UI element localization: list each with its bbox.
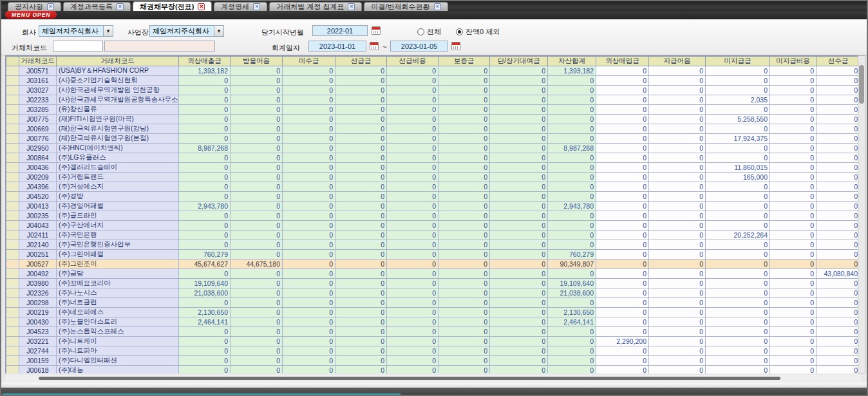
- column-header[interactable]: 단/장기대여금: [490, 57, 548, 66]
- amount-cell[interactable]: 2,130,650: [179, 308, 231, 317]
- amount-cell[interactable]: 0: [335, 202, 387, 211]
- amount-cell[interactable]: 0: [706, 327, 770, 337]
- vendor-code-cell[interactable]: J00775: [19, 115, 57, 124]
- vendor-code-cell[interactable]: J00235: [19, 211, 57, 221]
- amount-cell[interactable]: 0: [816, 163, 860, 173]
- vendor-code-cell[interactable]: J00430: [19, 317, 57, 327]
- vendor-name-cell[interactable]: (주)노블인더스트리: [57, 317, 179, 327]
- amount-cell[interactable]: 0: [387, 192, 439, 202]
- amount-cell[interactable]: 0: [335, 163, 387, 173]
- amount-cell[interactable]: 0: [335, 346, 387, 356]
- amount-cell[interactable]: 165,000: [706, 173, 770, 182]
- amount-cell[interactable]: 0: [283, 202, 335, 211]
- vendor-code-cell[interactable]: J03027: [19, 86, 57, 95]
- amount-cell[interactable]: 0: [387, 115, 439, 124]
- vendor-code-cell[interactable]: J04520: [19, 192, 57, 202]
- amount-cell[interactable]: 0: [231, 366, 283, 374]
- amount-cell[interactable]: 0: [596, 153, 649, 163]
- vendor-name-cell[interactable]: (주)니트피아: [57, 346, 179, 356]
- amount-cell[interactable]: 0: [335, 356, 387, 366]
- period-start-input[interactable]: 2022-01: [312, 25, 368, 36]
- amount-cell[interactable]: 0: [548, 76, 596, 86]
- amount-cell[interactable]: 0: [596, 356, 649, 366]
- amount-cell[interactable]: 0: [231, 153, 283, 163]
- amount-cell[interactable]: 0: [816, 124, 860, 134]
- tab-5[interactable]: 미결/반제회수현황×: [364, 2, 448, 11]
- table-row[interactable]: J03285(유)창신물류0000000000000: [6, 105, 860, 115]
- amount-cell[interactable]: 0: [439, 192, 490, 202]
- amount-cell[interactable]: 0: [439, 182, 490, 192]
- amount-cell[interactable]: 0: [231, 279, 283, 288]
- amount-cell[interactable]: 0: [816, 346, 860, 356]
- amount-cell[interactable]: 0: [706, 105, 770, 115]
- amount-cell[interactable]: 0: [283, 163, 335, 173]
- amount-cell[interactable]: 0: [770, 279, 816, 288]
- amount-cell[interactable]: 760,279: [548, 250, 596, 259]
- amount-cell[interactable]: 0: [179, 95, 231, 105]
- amount-cell[interactable]: 0: [387, 346, 439, 356]
- amount-cell[interactable]: 0: [439, 269, 490, 279]
- vendor-code-cell[interactable]: J00492: [19, 269, 57, 279]
- amount-cell[interactable]: 0: [387, 366, 439, 374]
- amount-cell[interactable]: 0: [596, 95, 649, 105]
- radio-circle-icon[interactable]: [417, 28, 424, 35]
- row-selector-cell[interactable]: [6, 105, 19, 115]
- amount-cell[interactable]: 0: [649, 95, 706, 105]
- table-row[interactable]: J02140(주)국민은행인증사업부0000000000000: [6, 240, 860, 250]
- amount-cell[interactable]: 0: [490, 144, 548, 153]
- table-row[interactable]: J04043(주)구산에너지0000000000000: [6, 221, 860, 231]
- amount-cell[interactable]: 0: [548, 153, 596, 163]
- amount-cell[interactable]: 0: [816, 192, 860, 202]
- amount-cell[interactable]: 0: [490, 66, 548, 76]
- table-row[interactable]: J00209(주)거림트렌드0000000000165,00000: [6, 173, 860, 182]
- amount-cell[interactable]: 0: [706, 259, 770, 269]
- vendor-code-cell[interactable]: J00776: [19, 134, 57, 144]
- vendor-name-cell[interactable]: (주)그린조이: [57, 259, 179, 269]
- amount-cell[interactable]: 0: [179, 124, 231, 134]
- amount-cell[interactable]: 17,924,375: [706, 134, 770, 144]
- amount-cell[interactable]: 0: [649, 86, 706, 95]
- amount-cell[interactable]: 0: [770, 163, 816, 173]
- amount-cell[interactable]: 0: [387, 317, 439, 327]
- amount-cell[interactable]: 0: [770, 288, 816, 298]
- amount-cell[interactable]: 0: [439, 173, 490, 182]
- amount-cell[interactable]: 8,987,268: [179, 144, 231, 153]
- close-icon[interactable]: ×: [348, 3, 355, 10]
- amount-cell[interactable]: 0: [596, 308, 649, 317]
- amount-cell[interactable]: 0: [179, 163, 231, 173]
- amount-cell[interactable]: 0: [490, 259, 548, 269]
- column-header[interactable]: 선급비용: [387, 57, 439, 66]
- amount-cell[interactable]: 0: [596, 76, 649, 86]
- amount-cell[interactable]: 0: [770, 153, 816, 163]
- amount-cell[interactable]: 0: [439, 356, 490, 366]
- vendor-code-input[interactable]: [53, 41, 103, 52]
- amount-cell[interactable]: 0: [770, 95, 816, 105]
- amount-cell[interactable]: 0: [548, 105, 596, 115]
- vendor-code-cell[interactable]: J02140: [19, 240, 57, 250]
- amount-cell[interactable]: 0: [596, 327, 649, 337]
- amount-cell[interactable]: 0: [231, 298, 283, 308]
- amount-cell[interactable]: 0: [283, 288, 335, 298]
- amount-cell[interactable]: 0: [283, 105, 335, 115]
- row-selector-cell[interactable]: [6, 231, 19, 240]
- amount-cell[interactable]: 0: [770, 298, 816, 308]
- row-selector-cell[interactable]: [6, 259, 19, 269]
- row-selector-cell[interactable]: [6, 337, 19, 346]
- amount-cell[interactable]: 0: [231, 86, 283, 95]
- amount-cell[interactable]: 0: [596, 66, 649, 76]
- amount-cell[interactable]: 2,943,780: [179, 202, 231, 211]
- amount-cell[interactable]: 0: [387, 124, 439, 134]
- amount-cell[interactable]: 0: [231, 124, 283, 134]
- amount-cell[interactable]: 0: [649, 269, 706, 279]
- amount-cell[interactable]: 0: [770, 317, 816, 327]
- amount-cell[interactable]: 0: [816, 240, 860, 250]
- amount-cell[interactable]: 0: [816, 317, 860, 327]
- amount-cell[interactable]: 0: [596, 115, 649, 124]
- amount-cell[interactable]: 0: [816, 86, 860, 95]
- amount-cell[interactable]: 0: [231, 337, 283, 346]
- amount-cell[interactable]: 0: [548, 163, 596, 173]
- column-header[interactable]: [6, 57, 19, 66]
- amount-cell[interactable]: 20,252,264: [706, 231, 770, 240]
- amount-cell[interactable]: 0: [770, 211, 816, 221]
- amount-cell[interactable]: 0: [387, 231, 439, 240]
